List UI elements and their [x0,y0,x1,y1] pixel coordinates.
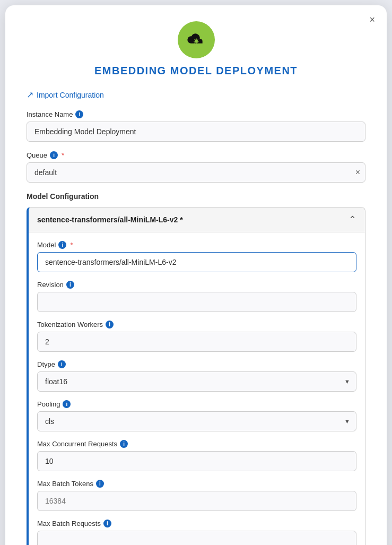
dtype-info-icon[interactable]: i [58,360,66,368]
import-configuration-link[interactable]: ↗ Import Configuration [27,90,365,100]
revision-field-group: Revision i [37,281,356,312]
max-batch-tokens-group: Max Batch Tokens i [37,480,356,511]
model-field-label: Model i * [37,241,356,249]
instance-name-group: Instance Name i [27,110,365,142]
max-batch-tokens-input[interactable] [37,491,356,511]
revision-field-label: Revision i [37,281,356,289]
cloud-gear-svg [186,29,207,50]
cloud-gear-icon [178,21,215,58]
instance-name-label: Instance Name i [27,110,365,118]
tokenization-workers-label: Tokenization Workers i [37,321,356,328]
max-batch-requests-label: Max Batch Requests i [37,520,356,527]
model-configuration-section-title: Model Configuration [27,192,365,201]
dtype-group: Dtype i float16 float32 int8 auto [37,360,356,392]
queue-label: Queue i * [27,151,365,159]
header-icon-container [27,21,365,58]
import-configuration-label: Import Configuration [37,91,104,99]
max-batch-requests-info-icon[interactable]: i [103,520,111,527]
import-icon: ↗ [27,90,33,100]
max-batch-tokens-label: Max Batch Tokens i [37,480,356,488]
modal-title: EMBEDDING MODEL DEPLOYMENT [27,65,365,77]
model-config-card-header: sentence-transformers/all-MiniLM-L6-v2 *… [29,207,365,232]
pooling-info-icon[interactable]: i [63,400,71,408]
queue-input-wrapper: × [27,162,365,183]
model-input[interactable] [37,252,356,272]
pooling-group: Pooling i cls mean max none [37,400,356,431]
model-config-card-title: sentence-transformers/all-MiniLM-L6-v2 * [37,215,183,224]
max-batch-tokens-info-icon[interactable]: i [96,480,104,488]
close-button[interactable]: × [369,15,375,24]
collapse-button[interactable]: ⌃ [349,214,356,226]
max-batch-requests-input[interactable] [37,531,356,545]
model-config-card-body: Model i * Revision i Tokenization Worker… [29,232,365,545]
queue-clear-button[interactable]: × [355,168,360,177]
max-concurrent-requests-label: Max Concurrent Requests i [37,440,356,448]
queue-group: Queue i * × [27,151,365,183]
max-concurrent-requests-input[interactable] [37,451,356,471]
max-concurrent-requests-info-icon[interactable]: i [120,440,128,448]
revision-input[interactable] [37,292,356,312]
instance-name-info-icon[interactable]: i [75,110,83,118]
revision-info-icon[interactable]: i [66,281,74,289]
max-batch-requests-group: Max Batch Requests i [37,520,356,545]
dtype-select-wrapper: float16 float32 int8 auto [37,371,356,392]
pooling-select[interactable]: cls mean max none [37,411,356,431]
model-configuration-card: sentence-transformers/all-MiniLM-L6-v2 *… [27,207,365,545]
dtype-select[interactable]: float16 float32 int8 auto [37,371,356,392]
tokenization-workers-group: Tokenization Workers i [37,321,356,352]
model-field-group: Model i * [37,241,356,272]
instance-name-input[interactable] [27,122,365,142]
tokenization-workers-input[interactable] [37,332,356,352]
pooling-select-wrapper: cls mean max none [37,411,356,431]
model-info-icon[interactable]: i [58,241,66,249]
dtype-label: Dtype i [37,360,356,368]
embedding-model-deployment-modal: × EMBEDDING MODEL DEPLOYMENT ↗ Import Co… [5,5,387,545]
tokenization-workers-info-icon[interactable]: i [106,321,114,328]
queue-input[interactable] [27,162,365,183]
max-concurrent-requests-group: Max Concurrent Requests i [37,440,356,471]
queue-info-icon[interactable]: i [50,151,58,159]
pooling-label: Pooling i [37,400,356,408]
